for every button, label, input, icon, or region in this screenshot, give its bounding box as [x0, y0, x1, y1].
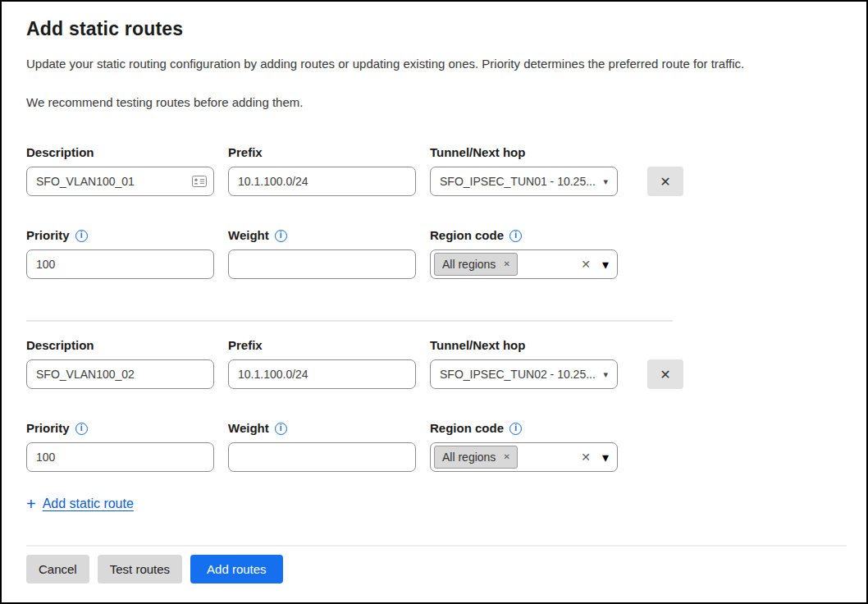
region-chip: All regions ✕	[434, 446, 518, 469]
plus-icon: +	[26, 496, 36, 512]
region-code-label: Region code	[430, 421, 504, 436]
region-chip-label: All regions	[442, 451, 496, 464]
route-2-priority-field: Priority i	[26, 421, 214, 472]
route-block-1: Description	[26, 145, 843, 279]
add-static-route-label: Add static route	[43, 496, 134, 511]
tunnel-selected-value: SFO_IPSEC_TUN01 - 10.25...	[440, 175, 596, 188]
close-icon: ✕	[660, 367, 670, 382]
clear-selection-icon[interactable]: ✕	[581, 259, 591, 270]
route-2-region-field: Region code i All regions ✕ ✕ ▾	[430, 421, 618, 472]
description-label: Description	[26, 338, 214, 353]
info-icon[interactable]: i	[275, 230, 287, 242]
route-block-2: Description Prefix Tunnel/Next hop SFO_I…	[26, 338, 843, 472]
region-code-multiselect[interactable]: All regions ✕ ✕ ▾	[430, 249, 618, 279]
add-static-route-link[interactable]: + Add static route	[26, 496, 134, 512]
add-routes-button[interactable]: Add routes	[190, 555, 283, 583]
route-2-main-row: Description Prefix Tunnel/Next hop SFO_I…	[26, 338, 843, 389]
tunnel-selected-value: SFO_IPSEC_TUN02 - 10.25...	[440, 368, 596, 381]
info-icon[interactable]: i	[75, 230, 88, 242]
route-1-description-field: Description	[26, 145, 214, 196]
description-input[interactable]	[26, 167, 214, 196]
route-1-region-field: Region code i All regions ✕ ✕ ▾	[430, 228, 618, 279]
prefix-label: Prefix	[228, 145, 416, 160]
close-icon: ✕	[660, 174, 670, 190]
cancel-button[interactable]: Cancel	[26, 555, 89, 583]
info-icon[interactable]: i	[509, 423, 522, 435]
add-static-routes-dialog: Add static routes Update your static rou…	[0, 0, 868, 604]
test-routes-button[interactable]: Test routes	[98, 555, 182, 583]
tunnel-next-hop-label: Tunnel/Next hop	[430, 338, 618, 353]
footer-actions: Cancel Test routes Add routes	[26, 555, 843, 583]
info-icon[interactable]: i	[75, 423, 88, 435]
route-1-secondary-row: Priority i Weight i Region code i	[26, 228, 843, 279]
route-2-weight-field: Weight i	[228, 421, 416, 472]
info-icon[interactable]: i	[275, 423, 287, 435]
chevron-down-icon: ▾	[602, 450, 609, 465]
route-2-prefix-field: Prefix	[228, 338, 416, 389]
recommendation-text: We recommend testing routes before addin…	[26, 95, 843, 109]
chip-remove-icon[interactable]: ✕	[503, 453, 509, 461]
route-2-description-field: Description	[26, 338, 214, 389]
footer-divider	[26, 545, 847, 547]
prefix-input[interactable]	[228, 167, 416, 196]
route-1-main-row: Description	[26, 145, 843, 196]
priority-input[interactable]	[26, 249, 214, 279]
route-2-secondary-row: Priority i Weight i Region code i	[26, 421, 843, 472]
chevron-down-icon: ▾	[602, 257, 609, 272]
description-input[interactable]	[26, 359, 214, 389]
priority-label: Priority	[26, 228, 70, 243]
description-label: Description	[26, 145, 214, 160]
region-code-label: Region code	[430, 228, 504, 243]
tunnel-next-hop-select[interactable]: SFO_IPSEC_TUN01 - 10.25... ▾	[430, 167, 618, 196]
contact-card-icon[interactable]	[192, 176, 207, 187]
route-divider	[26, 320, 673, 322]
priority-label: Priority	[26, 421, 70, 436]
prefix-input[interactable]	[228, 359, 416, 389]
region-chip-label: All regions	[442, 258, 496, 271]
tunnel-next-hop-select[interactable]: SFO_IPSEC_TUN02 - 10.25... ▾	[430, 359, 618, 389]
weight-input[interactable]	[228, 442, 416, 472]
route-1-priority-field: Priority i	[26, 228, 214, 279]
chevron-down-icon: ▾	[603, 177, 608, 186]
clear-selection-icon[interactable]: ✕	[581, 451, 591, 463]
weight-label: Weight	[228, 421, 269, 436]
chevron-down-icon: ▾	[603, 370, 608, 379]
priority-input[interactable]	[26, 442, 214, 472]
route-1-tunnel-field: Tunnel/Next hop SFO_IPSEC_TUN01 - 10.25.…	[430, 145, 618, 196]
weight-label: Weight	[228, 228, 269, 243]
page-title: Add static routes	[26, 18, 843, 40]
region-chip: All regions ✕	[434, 253, 518, 276]
intro-text: Update your static routing configuration…	[26, 57, 843, 71]
info-icon[interactable]: i	[509, 230, 522, 242]
weight-input[interactable]	[228, 249, 416, 279]
region-code-multiselect[interactable]: All regions ✕ ✕ ▾	[430, 442, 618, 472]
chip-remove-icon[interactable]: ✕	[503, 260, 509, 268]
remove-route-button[interactable]: ✕	[647, 359, 683, 389]
tunnel-next-hop-label: Tunnel/Next hop	[430, 145, 618, 160]
remove-route-button[interactable]: ✕	[647, 167, 683, 196]
route-1-weight-field: Weight i	[228, 228, 416, 279]
route-1-prefix-field: Prefix	[228, 145, 416, 196]
prefix-label: Prefix	[228, 338, 416, 353]
route-2-tunnel-field: Tunnel/Next hop SFO_IPSEC_TUN02 - 10.25.…	[430, 338, 618, 389]
